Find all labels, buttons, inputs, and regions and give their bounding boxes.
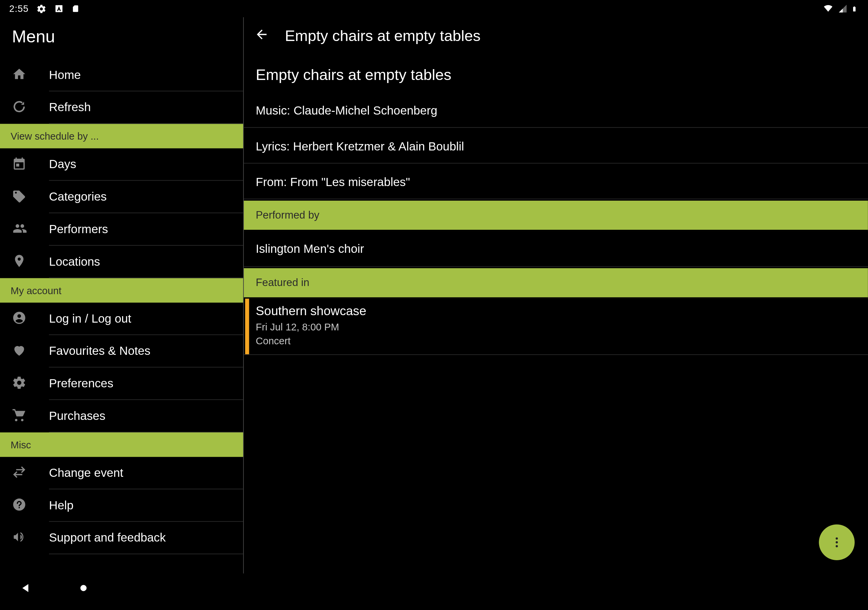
sidebar-item-label: Home (49, 68, 81, 82)
event-title: Southern showcase (256, 304, 366, 319)
sidebar-section-schedule: View schedule by ... (0, 124, 243, 148)
event-when: Fri Jul 12, 8:00 PM (256, 320, 366, 334)
sidebar-title: Menu (0, 17, 243, 59)
sidebar-item-days[interactable]: Days (0, 149, 243, 181)
sidebar-item-performers[interactable]: Performers (0, 213, 243, 246)
location-icon (12, 253, 26, 271)
event-type: Concert (256, 334, 366, 348)
page-title: Empty chairs at empty tables (244, 54, 868, 92)
sidebar-item-label: Log in / Log out (49, 312, 132, 326)
sidebar-item-label: Change event (49, 466, 123, 480)
sidebar-item-home[interactable]: Home (0, 59, 243, 91)
svg-point-7 (81, 585, 87, 591)
status-time: 2:55 (9, 3, 28, 14)
app-status-icon (54, 4, 64, 13)
sidebar: Menu Home Refresh View schedule by ... (0, 17, 244, 573)
section-featured-in: Featured in (244, 268, 868, 299)
status-bar: 2:55 (0, 0, 868, 17)
svg-point-5 (836, 541, 838, 543)
tag-icon (12, 189, 26, 206)
section-performed-by: Performed by (244, 201, 868, 231)
fab-more-button[interactable] (819, 525, 855, 560)
sd-status-icon (72, 4, 80, 13)
system-navbar (0, 573, 868, 605)
sidebar-item-label: Favourites & Notes (49, 344, 150, 358)
home-icon (12, 67, 26, 84)
battery-icon (851, 4, 857, 14)
sidebar-item-label: Days (49, 158, 76, 172)
sidebar-item-change-event[interactable]: Change event (0, 457, 243, 489)
nav-back-button[interactable] (20, 582, 32, 597)
sidebar-item-label: Support and feedback (49, 531, 166, 545)
sidebar-item-preferences[interactable]: Preferences (0, 367, 243, 400)
megaphone-icon (12, 529, 26, 547)
performer-row[interactable]: Islington Men's choir (244, 231, 868, 267)
help-icon (12, 497, 26, 514)
settings-status-icon (37, 4, 46, 14)
sidebar-item-support[interactable]: Support and feedback (0, 522, 243, 554)
sidebar-item-refresh[interactable]: Refresh (0, 91, 243, 124)
sidebar-item-locations[interactable]: Locations (0, 246, 243, 278)
event-accent-bar (245, 299, 249, 354)
account-icon (12, 310, 26, 327)
more-vert-icon (830, 536, 843, 549)
sidebar-item-label: Preferences (49, 377, 113, 391)
sidebar-section-misc: Misc (0, 432, 243, 457)
sidebar-item-label: Performers (49, 223, 108, 237)
sidebar-item-label: Help (49, 499, 74, 512)
sidebar-item-purchases[interactable]: Purchases (0, 400, 243, 432)
people-icon (12, 221, 28, 238)
sidebar-section-account: My account (0, 278, 243, 303)
refresh-icon (12, 99, 26, 116)
detail-pane: Empty chairs at empty tables Empty chair… (244, 17, 868, 573)
svg-point-4 (836, 537, 838, 540)
sidebar-item-label: Refresh (49, 101, 91, 115)
info-lyrics: Lyrics: Herbert Kretzmer & Alain Boublil (244, 128, 868, 164)
cart-icon (12, 408, 26, 425)
sidebar-item-favourites[interactable]: Favourites & Notes (0, 335, 243, 368)
sidebar-item-help[interactable]: Help (0, 489, 243, 522)
arrow-back-icon (254, 27, 269, 42)
nav-home-button[interactable] (78, 583, 89, 596)
sidebar-item-label: Purchases (49, 409, 105, 423)
cell-signal-icon (838, 4, 847, 13)
info-music: Music: Claude-Michel Schoenberg (244, 92, 868, 128)
page-header-title: Empty chairs at empty tables (285, 27, 480, 45)
svg-point-3 (19, 507, 20, 508)
event-row[interactable]: Southern showcase Fri Jul 12, 8:00 PM Co… (244, 299, 868, 355)
info-from: From: From "Les miserables" (244, 164, 868, 200)
sidebar-item-categories[interactable]: Categories (0, 181, 243, 213)
sidebar-item-login[interactable]: Log in / Log out (0, 303, 243, 335)
calendar-icon (12, 156, 26, 173)
wifi-icon (822, 4, 834, 13)
sidebar-item-label: Locations (49, 255, 100, 269)
swap-icon (12, 464, 26, 482)
heart-icon (12, 343, 26, 360)
back-button[interactable] (254, 27, 269, 44)
svg-point-6 (836, 545, 838, 547)
sidebar-item-label: Categories (49, 190, 107, 204)
gear-icon (12, 375, 26, 392)
